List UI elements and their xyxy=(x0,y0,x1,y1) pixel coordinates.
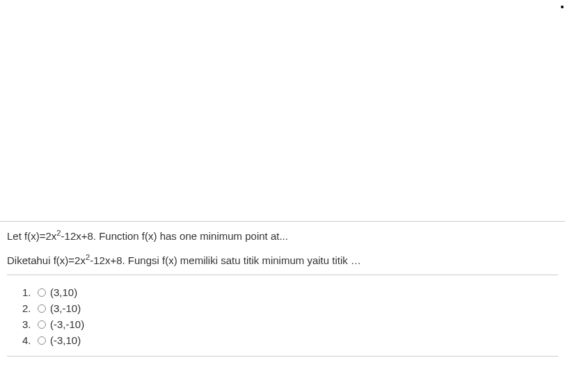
question-text-indonesian: Diketahui f(x)=2x2-12x+8. Fungsi f(x) me… xyxy=(7,253,558,268)
question-divider xyxy=(7,275,558,275)
radio-icon[interactable] xyxy=(38,336,46,345)
question-id-pre: Diketahui f(x)=2x xyxy=(7,254,86,266)
question-text-english: Let f(x)=2x2-12x+8. Function f(x) has on… xyxy=(7,229,558,243)
radio-icon[interactable] xyxy=(38,288,46,297)
option-3[interactable]: 3. (-3,-10) xyxy=(22,317,558,332)
bottom-divider xyxy=(7,356,558,357)
decorative-dot xyxy=(561,6,564,8)
option-number: 2. xyxy=(22,301,36,316)
option-2[interactable]: 2. (3,-10) xyxy=(22,301,558,316)
option-label: (3,-10) xyxy=(50,301,81,316)
question-id-post: -12x+8. Fungsi f(x) memiliki satu titik … xyxy=(90,254,361,266)
option-label: (-3,10) xyxy=(50,333,81,348)
option-4[interactable]: 4. (-3,10) xyxy=(22,333,558,348)
question-en-post: -12x+8. Function f(x) has one minimum po… xyxy=(61,230,288,242)
option-1[interactable]: 1. (3,10) xyxy=(22,285,558,300)
option-label: (-3,-10) xyxy=(50,317,84,332)
option-label: (3,10) xyxy=(50,285,77,300)
radio-icon[interactable] xyxy=(38,304,46,313)
option-number: 1. xyxy=(22,285,36,300)
option-number: 4. xyxy=(22,333,36,348)
question-container: Let f(x)=2x2-12x+8. Function f(x) has on… xyxy=(0,221,565,357)
option-number: 3. xyxy=(22,317,36,332)
options-list: 1. (3,10) 2. (3,-10) 3. (-3,-10) 4. (-3,… xyxy=(7,285,558,356)
question-en-pre: Let f(x)=2x xyxy=(7,230,56,242)
radio-icon[interactable] xyxy=(38,320,46,329)
